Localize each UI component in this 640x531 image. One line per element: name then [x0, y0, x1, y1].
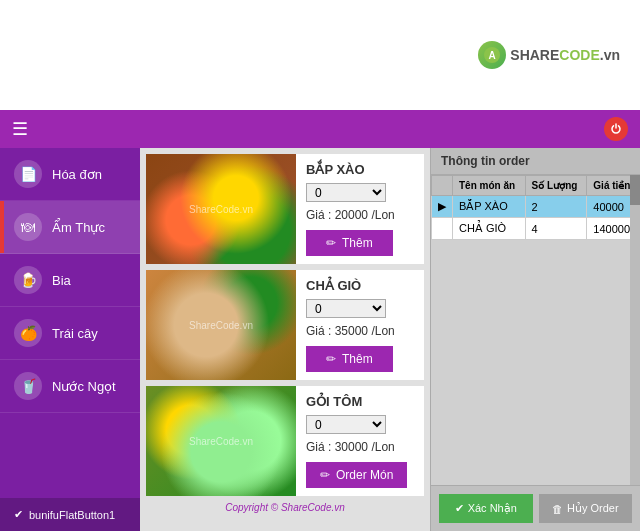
logo-icon: A: [478, 41, 506, 69]
food-item-goi-tom: ShareCode.vn GỎI TÔM 0 1 2 3 Giá : 30000…: [146, 386, 424, 496]
top-bar: A SHARECODE.vn: [0, 0, 640, 110]
quantity-select-goi-tom[interactable]: 0 1 2 3: [306, 415, 386, 434]
food-name-bap-xao: BẮP XÀO: [306, 162, 414, 177]
order-btn-label-goi-tom: Order Món: [336, 468, 393, 482]
image-watermark-goi-tom: ShareCode.vn: [189, 436, 253, 447]
sidebar-label-nuoc-ngot: Nước Ngọt: [52, 379, 116, 394]
order-row-name: CHẢ GIÒ: [453, 218, 526, 240]
sidebar-item-bia[interactable]: 🍺 Bia: [0, 254, 140, 307]
col-header-0: Tên món ăn: [453, 176, 526, 196]
sidebar: 📄 Hóa đơn 🍽 Ẩm Thực 🍺 Bia 🍊 Trái cây 🥤 N…: [0, 148, 140, 531]
nuoc-ngot-icon: 🥤: [14, 372, 42, 400]
food-details-goi-tom: GỎI TÔM 0 1 2 3 Giá : 30000 /Lon ✏ Order…: [296, 386, 424, 496]
food-list: ShareCode.vn BẮP XÀO 0 1 2 3 Giá : 20000…: [140, 148, 430, 531]
edit-icon-bap-xao: ✏: [326, 236, 336, 250]
header-bar: ☰: [0, 110, 640, 148]
image-watermark-bap-xao: ShareCode.vn: [189, 204, 253, 215]
food-price-goi-tom: Giá : 30000 /Lon: [306, 440, 414, 454]
food-price-cha-gio: Giá : 35000 /Lon: [306, 324, 414, 338]
add-btn-bap-xao[interactable]: ✏ Thêm: [306, 230, 393, 256]
power-button[interactable]: [604, 117, 628, 141]
sidebar-label-trai-cay: Trái cây: [52, 326, 98, 341]
order-btn-goi-tom[interactable]: ✏ Order Món: [306, 462, 407, 488]
add-btn-label-bap-xao: Thêm: [342, 236, 373, 250]
food-image-bap-xao: ShareCode.vn: [146, 154, 296, 264]
food-details-bap-xao: BẮP XÀO 0 1 2 3 Giá : 20000 /Lon ✏ Thêm: [296, 154, 424, 264]
image-watermark-cha-gio: ShareCode.vn: [189, 320, 253, 331]
food-name-goi-tom: GỎI TÔM: [306, 394, 414, 409]
food-details-cha-gio: CHẢ GIÒ 0 1 2 3 Giá : 35000 /Lon ✏ Thêm: [296, 270, 424, 380]
confirm-label: Xác Nhận: [468, 502, 517, 515]
add-btn-cha-gio[interactable]: ✏ Thêm: [306, 346, 393, 372]
sidebar-item-am-thuc[interactable]: 🍽 Ẩm Thực: [0, 201, 140, 254]
col-header-1: Số Lượng: [525, 176, 587, 196]
logo: A SHARECODE.vn: [478, 41, 620, 69]
order-row-name: BẮP XÀO: [453, 196, 526, 218]
order-action-buttons: ✔ Xác Nhận 🗑 Hủy Order: [431, 485, 640, 531]
food-item-bap-xao: ShareCode.vn BẮP XÀO 0 1 2 3 Giá : 20000…: [146, 154, 424, 264]
trai-cay-icon: 🍊: [14, 319, 42, 347]
add-btn-label-cha-gio: Thêm: [342, 352, 373, 366]
trash-icon: 🗑: [552, 503, 563, 515]
order-panel: Thông tin order Tên món ănSố LượngGiá ti…: [430, 148, 640, 531]
check-icon: ✔: [14, 508, 23, 521]
active-indicator: [0, 201, 4, 253]
order-row-arrow: ▶: [432, 196, 453, 218]
order-row-1[interactable]: CHẢ GIÒ 4 140000: [432, 218, 640, 240]
food-image-goi-tom: ShareCode.vn: [146, 386, 296, 496]
sidebar-bottom-label: bunifuFlatButton1: [29, 509, 115, 521]
hoa-don-icon: 📄: [14, 160, 42, 188]
order-row-qty: 4: [525, 218, 587, 240]
app-body: 📄 Hóa đơn 🍽 Ẩm Thực 🍺 Bia 🍊 Trái cây 🥤 N…: [0, 148, 640, 531]
edit-icon-cha-gio: ✏: [326, 352, 336, 366]
cancel-label: Hủy Order: [567, 502, 619, 515]
sidebar-label-bia: Bia: [52, 273, 71, 288]
quantity-select-cha-gio[interactable]: 0 1 2 3: [306, 299, 386, 318]
sidebar-item-trai-cay[interactable]: 🍊 Trái cây: [0, 307, 140, 360]
am-thuc-icon: 🍽: [14, 213, 42, 241]
food-name-cha-gio: CHẢ GIÒ: [306, 278, 414, 293]
app-container: ☰ 📄 Hóa đơn 🍽 Ẩm Thực 🍺 Bia: [0, 110, 640, 531]
hamburger-icon[interactable]: ☰: [12, 118, 28, 140]
col-arrow: [432, 176, 453, 196]
sidebar-label-hoa-don: Hóa đơn: [52, 167, 102, 182]
food-image-cha-gio: ShareCode.vn: [146, 270, 296, 380]
sidebar-item-nuoc-ngot[interactable]: 🥤 Nước Ngọt: [0, 360, 140, 413]
food-price-bap-xao: Giá : 20000 /Lon: [306, 208, 414, 222]
confirm-button[interactable]: ✔ Xác Nhận: [439, 494, 533, 523]
order-row-arrow: [432, 218, 453, 240]
quantity-select-bap-xao[interactable]: 0 1 2 3: [306, 183, 386, 202]
order-panel-title: Thông tin order: [431, 148, 640, 175]
food-item-cha-gio: ShareCode.vn CHẢ GIÒ 0 1 2 3 Giá : 35000…: [146, 270, 424, 380]
sidebar-label-am-thuc: Ẩm Thực: [52, 220, 105, 235]
edit-icon: ✏: [320, 468, 330, 482]
sidebar-bottom-btn[interactable]: ✔ bunifuFlatButton1: [0, 498, 140, 531]
order-row-qty: 2: [525, 196, 587, 218]
cancel-button[interactable]: 🗑 Hủy Order: [539, 494, 633, 523]
sidebar-item-hoa-don[interactable]: 📄 Hóa đơn: [0, 148, 140, 201]
scrollbar-track[interactable]: [630, 175, 640, 485]
order-row-0[interactable]: ▶ BẮP XÀO 2 40000: [432, 196, 640, 218]
watermark-text: Copyright © ShareCode.vn: [146, 502, 424, 513]
confirm-icon: ✔: [455, 502, 464, 515]
bia-icon: 🍺: [14, 266, 42, 294]
scrollbar-thumb[interactable]: [630, 175, 640, 205]
svg-text:A: A: [489, 50, 496, 61]
order-table: Tên món ănSố LượngGiá tiền ▶ BẮP XÀO 2 4…: [431, 175, 640, 485]
logo-text: SHARECODE.vn: [510, 47, 620, 63]
